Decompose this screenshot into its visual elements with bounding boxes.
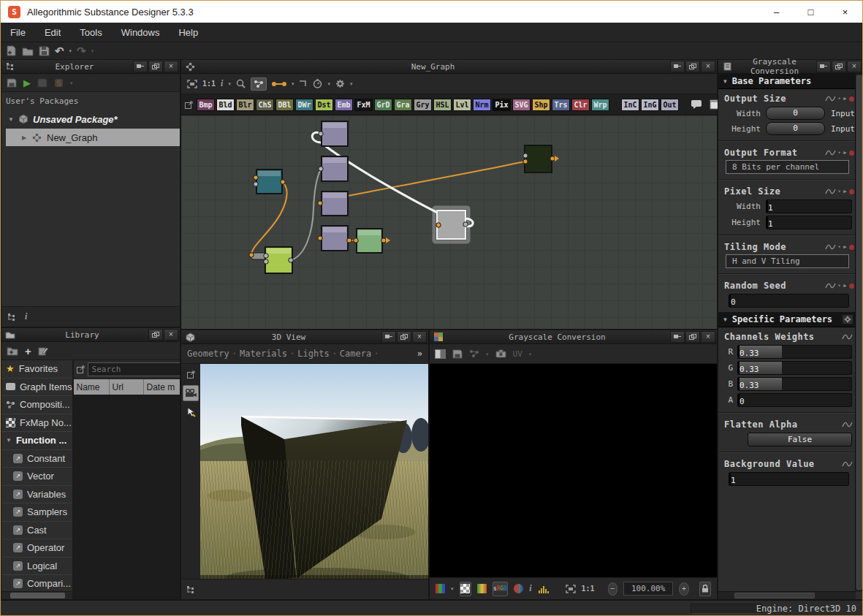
library-item-operator[interactable]: ↗Operator — [1, 539, 72, 558]
graph-wire[interactable] — [291, 169, 322, 260]
uv-label[interactable]: UV — [513, 349, 522, 359]
library-item-compositi[interactable]: Compositi... — [1, 396, 72, 414]
node-port[interactable] — [463, 222, 468, 227]
graph-row-selected[interactable]: ▶ New_Graph — [6, 129, 180, 146]
info-icon[interactable]: i — [221, 78, 223, 89]
search-input[interactable] — [88, 362, 180, 376]
material-link-icon[interactable] — [272, 82, 286, 86]
expand-right-icon[interactable]: ▶ — [843, 245, 847, 250]
node-port[interactable] — [523, 153, 528, 158]
node-type-button-pix[interactable]: Pix — [493, 99, 511, 111]
channel-a-slider[interactable]: 0 — [737, 393, 852, 407]
node-port[interactable] — [281, 180, 285, 184]
node-port[interactable] — [319, 167, 323, 171]
expand-right-icon[interactable]: ▶ — [843, 96, 847, 102]
chevron-down-icon[interactable]: ▾ — [838, 96, 842, 102]
node-port[interactable] — [319, 132, 323, 136]
reset-dot-icon[interactable] — [849, 245, 854, 250]
undo-icon[interactable]: ↶ — [55, 45, 64, 56]
background-value-field[interactable]: 1 — [729, 472, 849, 486]
hscroll-thumb[interactable] — [734, 593, 815, 598]
node-type-button-bmp[interactable]: Bmp — [197, 99, 215, 111]
menu-edit[interactable]: Edit — [35, 27, 70, 38]
node-type-button-grd[interactable]: GrD — [374, 99, 392, 111]
function-curve-icon[interactable] — [842, 421, 853, 428]
menu-windows[interactable]: Windows — [112, 27, 170, 38]
gradient-background-icon[interactable] — [477, 584, 487, 593]
pin-icon[interactable] — [670, 331, 685, 343]
collapsed-arrow-icon[interactable]: ▶ — [19, 134, 29, 141]
lock-zoom-icon[interactable] — [699, 582, 711, 596]
gear-icon[interactable] — [335, 79, 345, 88]
tree-view-icon[interactable] — [7, 313, 16, 322]
menu-tools[interactable]: Tools — [70, 27, 111, 38]
flatten-alpha-toggle[interactable]: False — [748, 433, 852, 446]
new-package-icon[interactable] — [6, 45, 17, 56]
node-type-button-dbl[interactable]: DBl — [275, 99, 294, 111]
column-name[interactable]: Name — [74, 379, 110, 395]
specific-parameters-header[interactable]: ▼ Specific Parameters — [718, 312, 855, 327]
maximize-button[interactable]: □ — [794, 1, 828, 23]
float-icon[interactable] — [685, 331, 700, 343]
close-button[interactable]: × — [828, 1, 862, 23]
gear-dropdown-icon[interactable]: ▾ — [350, 81, 353, 86]
open-package-icon[interactable] — [22, 46, 34, 56]
output-height-field[interactable]: 0 — [766, 122, 825, 135]
library-item-vector[interactable]: ↗Vector — [1, 468, 72, 486]
edit-filters-icon[interactable] — [38, 346, 48, 356]
export-icon[interactable] — [37, 78, 47, 88]
close-icon[interactable]: × — [412, 331, 427, 343]
channels-dropdown-icon[interactable]: ▾ — [451, 586, 454, 591]
library-item-cast[interactable]: ↗Cast — [1, 522, 72, 540]
menu-help[interactable]: Help — [169, 27, 208, 38]
column-date[interactable]: Date m — [144, 379, 180, 395]
node-type-button-dwr[interactable]: DWr — [295, 99, 313, 111]
play-icon[interactable]: ▶ — [23, 77, 31, 88]
channel-r-slider[interactable]: 0.33 — [737, 345, 852, 359]
node-type-button-hsl[interactable]: HSL — [433, 99, 452, 111]
reset-dot-icon[interactable] — [849, 284, 854, 289]
node-type-button-trs[interactable]: Trs — [552, 99, 570, 111]
pixel-width-slider[interactable]: 1 — [766, 199, 852, 213]
pin-icon[interactable] — [670, 61, 685, 72]
node-port[interactable] — [318, 236, 322, 240]
output-width-field[interactable]: 0 — [766, 107, 825, 120]
library-item-graphitems[interactable]: Graph Items — [1, 379, 72, 397]
node-port[interactable] — [254, 182, 258, 186]
zoom-icon[interactable] — [236, 79, 246, 88]
redo-icon[interactable]: ↷ — [77, 45, 86, 56]
node-type-button-wrp[interactable]: Wrp — [591, 99, 609, 111]
node-port[interactable] — [289, 258, 293, 262]
float-icon[interactable] — [685, 61, 700, 72]
node-type-button-fxm[interactable]: FxM — [354, 99, 373, 111]
timing-dropdown-icon[interactable]: ▾ — [327, 81, 330, 86]
3d-viewport[interactable] — [200, 364, 428, 579]
menu-geometry[interactable]: Geometry — [187, 349, 229, 359]
undo-dropdown-icon[interactable]: ▾ — [69, 48, 72, 53]
library-item-constant[interactable]: ↗Constant — [1, 450, 72, 468]
external-link-icon[interactable] — [77, 365, 85, 373]
menu-materials[interactable]: Materials — [240, 349, 287, 359]
info-icon[interactable]: i — [529, 583, 531, 594]
package-row[interactable]: ▼ Unsaved Package* — [1, 110, 180, 128]
node-type-button-nrm[interactable]: Nrm — [473, 99, 491, 111]
timing-icon[interactable] — [313, 79, 322, 88]
zoom-level-field[interactable]: 100.00% — [623, 582, 673, 596]
gear-icon[interactable] — [843, 315, 853, 324]
random-seed-field[interactable]: 0 — [729, 294, 849, 308]
param-icons[interactable]: ▾▶ — [825, 149, 853, 156]
library-item-variables[interactable]: ↗Variables — [1, 486, 72, 504]
uv-dropdown-icon[interactable]: ▾ — [529, 351, 532, 357]
library-item-samplers[interactable]: ↗Samplers — [1, 503, 72, 522]
node-port[interactable] — [249, 253, 254, 257]
pin-icon[interactable] — [133, 61, 148, 72]
comment-icon[interactable] — [691, 99, 702, 110]
inspector-vscrollbar[interactable] — [855, 74, 863, 592]
node-port[interactable] — [318, 201, 322, 205]
camera-mode-icon[interactable] — [183, 385, 199, 401]
function-curve-icon[interactable] — [825, 95, 836, 102]
expand-right-icon[interactable]: ▶ — [843, 151, 847, 156]
menu-camera[interactable]: Camera — [340, 349, 371, 359]
more-chevron[interactable]: » — [417, 349, 422, 359]
library-item-function[interactable]: ▼Function ... — [1, 432, 72, 450]
